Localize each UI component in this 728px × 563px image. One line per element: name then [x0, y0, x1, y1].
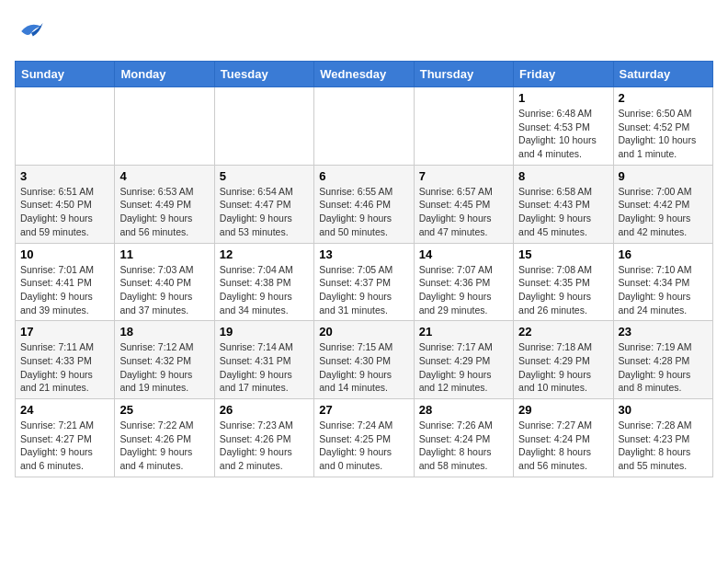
day-info: Sunrise: 7:08 AMSunset: 4:35 PMDaylight:…: [518, 263, 608, 317]
day-number: 2: [619, 91, 708, 105]
calendar-cell: 26Sunrise: 7:23 AMSunset: 4:26 PMDayligh…: [214, 399, 313, 477]
day-number: 1: [518, 91, 608, 105]
calendar-cell: 10Sunrise: 7:01 AMSunset: 4:41 PMDayligh…: [16, 243, 115, 321]
day-number: 4: [119, 169, 209, 183]
day-number: 11: [119, 247, 209, 261]
column-header-sunday: Sunday: [16, 62, 115, 87]
calendar-cell: 28Sunrise: 7:26 AMSunset: 4:24 PMDayligh…: [414, 399, 513, 477]
calendar-cell: 17Sunrise: 7:11 AMSunset: 4:33 PMDayligh…: [16, 321, 115, 399]
day-info: Sunrise: 7:21 AMSunset: 4:27 PMDaylight:…: [20, 419, 109, 473]
column-header-tuesday: Tuesday: [214, 62, 313, 87]
day-info: Sunrise: 7:00 AMSunset: 4:42 PMDaylight:…: [619, 185, 708, 239]
day-number: 26: [220, 403, 309, 417]
day-info: Sunrise: 7:03 AMSunset: 4:40 PMDaylight:…: [119, 263, 209, 317]
day-number: 8: [518, 169, 608, 183]
calendar-cell: [115, 87, 214, 166]
day-number: 28: [419, 403, 508, 417]
calendar-week-2: 3Sunrise: 6:51 AMSunset: 4:50 PMDaylight…: [16, 165, 713, 243]
day-info: Sunrise: 6:58 AMSunset: 4:43 PMDaylight:…: [518, 185, 608, 239]
day-number: 5: [220, 169, 309, 183]
day-number: 18: [119, 325, 209, 339]
column-header-saturday: Saturday: [613, 62, 712, 87]
day-number: 3: [20, 169, 109, 183]
day-number: 21: [419, 325, 508, 339]
day-number: 20: [319, 325, 408, 339]
logo: [15, 15, 50, 52]
day-info: Sunrise: 6:48 AMSunset: 4:53 PMDaylight:…: [518, 107, 608, 161]
calendar-cell: 4Sunrise: 6:53 AMSunset: 4:49 PMDaylight…: [115, 165, 214, 243]
day-number: 17: [20, 325, 109, 339]
day-number: 16: [619, 247, 708, 261]
calendar-cell: [214, 87, 313, 166]
day-info: Sunrise: 7:17 AMSunset: 4:29 PMDaylight:…: [419, 340, 508, 395]
calendar-cell: 22Sunrise: 7:18 AMSunset: 4:29 PMDayligh…: [514, 321, 613, 399]
day-info: Sunrise: 7:23 AMSunset: 4:26 PMDaylight:…: [220, 419, 309, 473]
calendar-week-3: 10Sunrise: 7:01 AMSunset: 4:41 PMDayligh…: [16, 243, 713, 321]
day-number: 12: [220, 247, 309, 261]
day-number: 10: [20, 247, 109, 261]
column-header-wednesday: Wednesday: [314, 62, 414, 87]
calendar-cell: 27Sunrise: 7:24 AMSunset: 4:25 PMDayligh…: [314, 399, 414, 477]
day-info: Sunrise: 6:53 AMSunset: 4:49 PMDaylight:…: [119, 185, 209, 239]
calendar-cell: 9Sunrise: 7:00 AMSunset: 4:42 PMDaylight…: [613, 165, 712, 243]
day-number: 14: [419, 247, 508, 261]
calendar-cell: 23Sunrise: 7:19 AMSunset: 4:28 PMDayligh…: [613, 321, 712, 399]
day-number: 25: [119, 403, 209, 417]
day-info: Sunrise: 6:55 AMSunset: 4:46 PMDaylight:…: [319, 185, 408, 239]
day-info: Sunrise: 7:01 AMSunset: 4:41 PMDaylight:…: [20, 263, 109, 317]
calendar-week-1: 1Sunrise: 6:48 AMSunset: 4:53 PMDaylight…: [16, 87, 713, 166]
header: [15, 15, 713, 52]
day-info: Sunrise: 7:11 AMSunset: 4:33 PMDaylight:…: [20, 340, 109, 395]
calendar-cell: 6Sunrise: 6:55 AMSunset: 4:46 PMDaylight…: [314, 165, 414, 243]
day-number: 9: [619, 169, 708, 183]
day-info: Sunrise: 7:28 AMSunset: 4:23 PMDaylight:…: [619, 419, 708, 473]
calendar-cell: 16Sunrise: 7:10 AMSunset: 4:34 PMDayligh…: [613, 243, 712, 321]
day-info: Sunrise: 7:15 AMSunset: 4:30 PMDaylight:…: [319, 340, 408, 395]
day-number: 15: [518, 247, 608, 261]
calendar-cell: 1Sunrise: 6:48 AMSunset: 4:53 PMDaylight…: [514, 87, 613, 166]
calendar-cell: 24Sunrise: 7:21 AMSunset: 4:27 PMDayligh…: [16, 399, 115, 477]
day-info: Sunrise: 7:24 AMSunset: 4:25 PMDaylight:…: [319, 419, 408, 473]
calendar-cell: 8Sunrise: 6:58 AMSunset: 4:43 PMDaylight…: [514, 165, 613, 243]
calendar-cell: 21Sunrise: 7:17 AMSunset: 4:29 PMDayligh…: [414, 321, 513, 399]
day-number: 27: [319, 403, 408, 417]
day-number: 6: [319, 169, 408, 183]
calendar-table: SundayMondayTuesdayWednesdayThursdayFrid…: [15, 61, 713, 477]
day-number: 13: [319, 247, 408, 261]
day-number: 24: [20, 403, 109, 417]
day-info: Sunrise: 7:05 AMSunset: 4:37 PMDaylight:…: [319, 263, 408, 317]
calendar-cell: 14Sunrise: 7:07 AMSunset: 4:36 PMDayligh…: [414, 243, 513, 321]
day-number: 30: [619, 403, 708, 417]
calendar-cell: 30Sunrise: 7:28 AMSunset: 4:23 PMDayligh…: [613, 399, 712, 477]
day-info: Sunrise: 6:57 AMSunset: 4:45 PMDaylight:…: [419, 185, 508, 239]
column-header-monday: Monday: [115, 62, 214, 87]
day-number: 19: [220, 325, 309, 339]
calendar-cell: [314, 87, 414, 166]
day-info: Sunrise: 6:54 AMSunset: 4:47 PMDaylight:…: [220, 185, 309, 239]
day-info: Sunrise: 6:51 AMSunset: 4:50 PMDaylight:…: [20, 185, 109, 239]
day-info: Sunrise: 7:10 AMSunset: 4:34 PMDaylight:…: [619, 263, 708, 317]
logo-icon: [15, 15, 48, 52]
calendar-cell: 2Sunrise: 6:50 AMSunset: 4:52 PMDaylight…: [613, 87, 712, 166]
calendar-cell: 13Sunrise: 7:05 AMSunset: 4:37 PMDayligh…: [314, 243, 414, 321]
day-info: Sunrise: 7:07 AMSunset: 4:36 PMDaylight:…: [419, 263, 508, 317]
day-info: Sunrise: 7:27 AMSunset: 4:24 PMDaylight:…: [518, 419, 608, 473]
calendar-cell: 7Sunrise: 6:57 AMSunset: 4:45 PMDaylight…: [414, 165, 513, 243]
day-info: Sunrise: 7:22 AMSunset: 4:26 PMDaylight:…: [119, 419, 209, 473]
calendar-cell: 20Sunrise: 7:15 AMSunset: 4:30 PMDayligh…: [314, 321, 414, 399]
day-info: Sunrise: 6:50 AMSunset: 4:52 PMDaylight:…: [619, 107, 708, 161]
column-header-thursday: Thursday: [414, 62, 513, 87]
calendar-cell: 12Sunrise: 7:04 AMSunset: 4:38 PMDayligh…: [214, 243, 313, 321]
day-number: 29: [518, 403, 608, 417]
day-number: 7: [419, 169, 508, 183]
day-number: 23: [619, 325, 708, 339]
column-header-friday: Friday: [514, 62, 613, 87]
calendar-header-row: SundayMondayTuesdayWednesdayThursdayFrid…: [16, 62, 713, 87]
day-info: Sunrise: 7:12 AMSunset: 4:32 PMDaylight:…: [119, 340, 209, 395]
calendar-cell: 5Sunrise: 6:54 AMSunset: 4:47 PMDaylight…: [214, 165, 313, 243]
day-info: Sunrise: 7:26 AMSunset: 4:24 PMDaylight:…: [419, 419, 508, 473]
day-info: Sunrise: 7:19 AMSunset: 4:28 PMDaylight:…: [619, 340, 708, 395]
calendar-cell: 19Sunrise: 7:14 AMSunset: 4:31 PMDayligh…: [214, 321, 313, 399]
day-info: Sunrise: 7:14 AMSunset: 4:31 PMDaylight:…: [220, 340, 309, 395]
day-info: Sunrise: 7:04 AMSunset: 4:38 PMDaylight:…: [220, 263, 309, 317]
